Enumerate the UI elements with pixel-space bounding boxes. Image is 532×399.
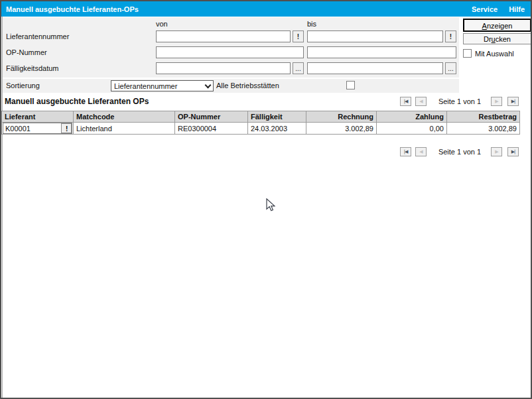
page-indicator: Seite 1 von 1: [430, 97, 490, 106]
cell-zahlung: 0,00: [377, 123, 447, 135]
drucken-button[interactable]: Drucken: [463, 33, 531, 44]
next-page-icon[interactable]: ▶: [491, 147, 502, 156]
lieferant-field[interactable]: K00001 !: [3, 123, 72, 134]
faelligkeitsdatum-von-input[interactable]: [156, 62, 291, 74]
sortierung-dropdown[interactable]: Lieferantennummer: [111, 80, 214, 91]
last-page-icon[interactable]: ▶|: [507, 147, 519, 156]
cell-restbetrag: 3.002,89: [447, 123, 520, 135]
alle-betriebsstaetten-label: Alle Betriebsstätten: [216, 82, 279, 89]
sortierung-band: Sortierung Lieferantennummer Alle Betrie…: [3, 79, 459, 93]
col-rechnung[interactable]: Rechnung: [306, 111, 377, 123]
col-op-nummer[interactable]: OP-Nummer: [175, 111, 248, 123]
op-nummer-bis-input[interactable]: [307, 46, 456, 58]
menu-service[interactable]: Service: [472, 5, 498, 13]
last-page-icon[interactable]: ▶|: [507, 97, 519, 106]
cell-matchcode: Lichterland: [74, 123, 175, 135]
prev-page-icon[interactable]: ◀: [415, 147, 427, 156]
sortierung-selected-value: Lieferantennummer: [114, 82, 177, 90]
mouse-cursor-icon: [266, 198, 275, 212]
op-nummer-label: OP-Nummer: [6, 48, 47, 56]
anzeigen-button[interactable]: Anzeigen: [463, 19, 531, 32]
mit-auswahl-label: Mit Auswahl: [475, 50, 514, 58]
table-row[interactable]: K00001 ! Lichterland RE0300004 24.03.200…: [2, 123, 520, 135]
row-lookup-button[interactable]: !: [61, 123, 72, 133]
col-matchcode[interactable]: Matchcode: [74, 111, 175, 123]
cell-rechnung: 3.002,89: [306, 123, 377, 135]
cell-op-nummer: RE0300004: [175, 123, 248, 135]
faelligkeitsdatum-bis-input[interactable]: [307, 62, 443, 74]
col-zahlung[interactable]: Zahlung: [377, 111, 447, 123]
lieferantennummer-bis-input[interactable]: [307, 30, 443, 42]
mit-auswahl-checkbox[interactable]: [463, 49, 472, 58]
bis-column-header: bis: [307, 20, 316, 28]
cell-faelligkeit: 24.03.2003: [248, 123, 306, 135]
faelligkeitsdatum-label: Fälligkeitsdatum: [6, 64, 58, 72]
lieferantennummer-label: Lieferantennummer: [6, 32, 69, 40]
first-page-icon[interactable]: |◀: [400, 97, 411, 106]
faelligkeitsdatum-bis-picker-button[interactable]: ...: [445, 62, 456, 74]
next-page-icon[interactable]: ▶: [491, 97, 502, 106]
window-title: Manuell ausgebuchte Lieferanten-OPs: [1, 5, 139, 13]
menu-hilfe[interactable]: Hilfe: [509, 5, 525, 13]
app-window: Manuell ausgebuchte Lieferanten-OPs Serv…: [0, 0, 532, 399]
sortierung-label: Sortierung: [6, 82, 40, 89]
title-bar: Manuell ausgebuchte Lieferanten-OPs Serv…: [1, 1, 531, 17]
op-nummer-von-input[interactable]: [156, 46, 304, 58]
chevron-down-icon: [205, 82, 212, 88]
cell-lieferant: K00001 !: [2, 123, 74, 135]
lieferantennummer-bis-lookup-button[interactable]: !: [445, 30, 456, 42]
op-table: Lieferant Matchcode OP-Nummer Fälligkeit…: [1, 111, 520, 135]
lieferantennummer-von-lookup-button[interactable]: !: [293, 30, 304, 42]
faelligkeitsdatum-von-picker-button[interactable]: ...: [293, 62, 304, 74]
alle-betriebsstaetten-checkbox[interactable]: [346, 81, 355, 89]
table-header-row: Lieferant Matchcode OP-Nummer Fälligkeit…: [2, 111, 520, 123]
first-page-icon[interactable]: |◀: [400, 147, 411, 156]
lieferantennummer-von-input[interactable]: [156, 30, 291, 42]
von-column-header: von: [156, 20, 168, 28]
page-indicator: Seite 1 von 1: [430, 147, 490, 156]
prev-page-icon[interactable]: ◀: [415, 97, 427, 106]
filter-panel: von bis Lieferantennummer ! ! OP-Nummer …: [3, 17, 459, 78]
lieferant-value: K00001: [5, 125, 31, 133]
col-restbetrag[interactable]: Restbetrag: [447, 111, 520, 123]
section-title: Manuell ausgebuchte Lieferanten OPs: [5, 97, 149, 106]
col-lieferant[interactable]: Lieferant: [2, 111, 74, 123]
title-menu: Service Hilfe: [472, 5, 531, 13]
col-faelligkeit[interactable]: Fälligkeit: [248, 111, 306, 123]
